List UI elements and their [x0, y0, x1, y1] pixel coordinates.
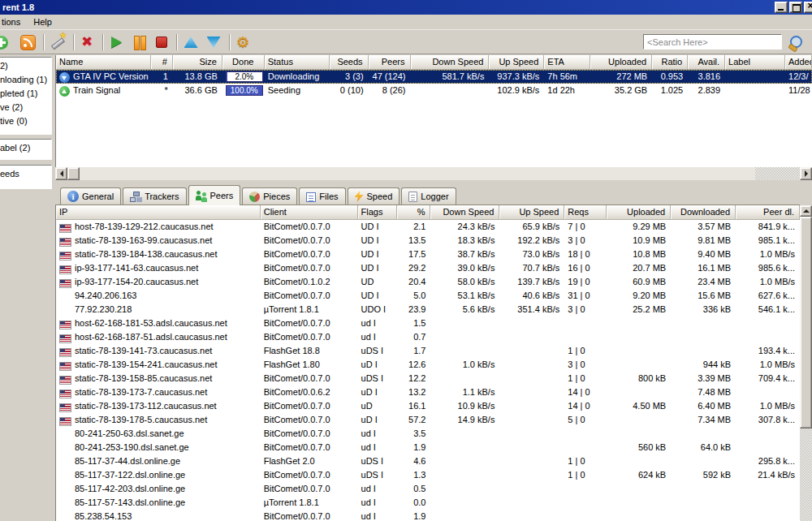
vertical-scroll-track[interactable] — [800, 428, 812, 521]
column-header-done[interactable]: Done — [222, 55, 265, 70]
tab-trackers[interactable]: Trackers — [123, 187, 186, 205]
horizontal-scrollbar[interactable] — [55, 167, 812, 180]
column-header-down-speed[interactable]: Down Speed — [430, 205, 499, 220]
close-button[interactable] — [804, 2, 812, 13]
column-header-peer-dl[interactable]: Peer dl. — [736, 205, 800, 220]
peer-row[interactable]: ip-93-177-154-20.caucasus.netBitComet/0.… — [56, 275, 800, 289]
column-header-up-speed[interactable]: Up Speed — [499, 205, 564, 220]
peer-row[interactable]: static-78-139-163-99.caucasus.netBitCome… — [56, 234, 800, 248]
up-arrow-icon — [184, 37, 198, 48]
peer-row[interactable]: 85-117-57-143.dsl.online.geµTorrent 1.8.… — [56, 496, 800, 510]
torrent-list-body: GTA IV PC Version113.8 GB2.0%Downloading… — [56, 70, 812, 97]
column-header-size[interactable]: Size — [173, 55, 222, 70]
peer-row[interactable]: static-78-139-158-85.caucasus.netBitCome… — [56, 372, 800, 385]
peer-ip: 85-117-42-203.dsl.online.ge — [75, 482, 185, 496]
preferences-button[interactable]: ⚙ — [234, 33, 252, 51]
tab-logger[interactable]: Logger — [401, 187, 456, 205]
column-header-ratio[interactable]: Ratio — [652, 55, 688, 70]
peer-ip: host-62-168-187-51.adsl.caucasus.net — [75, 330, 227, 344]
utorrent-window: rent 1.8 tions Help ✖ ⚙ 2)nloading (1)pl… — [0, 0, 812, 521]
column-header-col[interactable]: % — [397, 205, 431, 220]
peer-row[interactable]: 80-241-250-63.dsl.sanet.geBitComet/0.0.7… — [56, 427, 800, 441]
peer-row[interactable]: 80-241-253-190.dsl.sanet.geBitComet/0.0.… — [56, 441, 800, 454]
sidebar-item-2[interactable]: 2) — [0, 59, 51, 73]
column-header-seeds[interactable]: Seeds — [330, 55, 369, 70]
column-header-up-speed[interactable]: Up Speed — [489, 55, 544, 70]
speed-icon — [355, 191, 364, 202]
peer-row[interactable]: 85-117-37-44.dsl.online.geFlashGet 2.0uD… — [56, 454, 800, 468]
sidebar-item-abel-2[interactable]: abel (2) — [0, 141, 51, 155]
peer-row[interactable]: static-78-139-184-138.caucasus.netBitCom… — [56, 248, 800, 261]
sidebar-item-eeds[interactable]: eeds — [0, 167, 51, 181]
start-button[interactable] — [107, 33, 125, 51]
column-header-eta[interactable]: ETA — [544, 55, 590, 70]
create-torrent-button[interactable] — [49, 33, 67, 51]
maximize-button[interactable] — [789, 2, 802, 13]
tab-pieces[interactable]: Pieces — [242, 187, 297, 205]
pause-button[interactable] — [130, 33, 148, 51]
column-header-down-speed[interactable]: Down Speed — [411, 55, 490, 70]
horizontal-scroll-thumb[interactable] — [67, 167, 80, 180]
peer-row[interactable]: 85-117-42-203.dsl.online.geBitComet/0.0.… — [56, 482, 800, 496]
search-icon[interactable] — [787, 34, 805, 52]
queue-up-button[interactable] — [182, 33, 200, 51]
queue-down-button[interactable] — [205, 33, 222, 51]
scroll-up-button[interactable] — [800, 205, 812, 217]
peer-ip: 85-117-37-122.dsl.online.ge — [75, 468, 185, 482]
scroll-left-button[interactable] — [55, 167, 67, 180]
tab-general[interactable]: General — [60, 187, 121, 205]
add-torrent-button[interactable] — [0, 33, 10, 51]
vertical-scroll-thumb[interactable] — [800, 217, 812, 428]
search-input[interactable] — [643, 34, 782, 50]
sidebar-item-nloading-1[interactable]: nloading (1) — [0, 73, 51, 87]
scroll-right-button[interactable] — [800, 167, 812, 180]
sidebar-item-tive-0[interactable]: tive (0) — [0, 114, 51, 128]
peer-row[interactable]: 85-117-37-122.dsl.online.geBitComet/0.0.… — [56, 468, 800, 482]
tab-files[interactable]: Files — [299, 187, 345, 205]
vertical-scrollbar[interactable] — [800, 205, 812, 521]
peer-row[interactable]: static-78-139-178-5.caucasus.netBitComet… — [56, 413, 800, 427]
column-header-peers[interactable]: Peers — [369, 55, 411, 70]
column-header-downloaded[interactable]: Downloaded — [671, 205, 736, 220]
column-header-flags[interactable]: Flags — [358, 205, 397, 220]
tab-peers[interactable]: Peers — [188, 185, 241, 205]
column-header-ip[interactable]: IP — [56, 205, 261, 220]
rss-feed-button[interactable] — [19, 33, 37, 51]
sidebar-item-pleted-1[interactable]: pleted (1) — [0, 87, 51, 101]
torrent-row[interactable]: Train Signal*36.6 GB100.0%Seeding0 (10)8… — [56, 84, 812, 97]
column-header-label[interactable]: Label — [725, 55, 785, 70]
peer-row[interactable]: host-78-139-129-212.caucasus.netBitComet… — [56, 220, 800, 234]
peer-row[interactable]: ip-93-177-141-63.caucasus.netBitComet/0.… — [56, 261, 800, 275]
column-header-status[interactable]: Status — [265, 55, 330, 70]
menu-help[interactable]: Help — [32, 15, 58, 28]
column-header-name[interactable]: Name — [56, 55, 151, 70]
peer-row[interactable]: 94.240.206.163BitComet/0.0.7.0UD I5.053.… — [56, 289, 800, 303]
peer-row[interactable]: host-62-168-187-51.adsl.caucasus.netBitC… — [56, 330, 800, 344]
stop-button[interactable] — [153, 33, 171, 51]
peer-row[interactable]: static-78-139-154-241.caucasus.netFlashG… — [56, 358, 800, 372]
horizontal-scroll-track[interactable] — [755, 167, 800, 180]
left-arrow-icon — [57, 170, 63, 177]
minimize-button[interactable] — [775, 2, 788, 13]
column-header-client[interactable]: Client — [261, 205, 358, 220]
column-header-added[interactable]: Added — [785, 55, 812, 70]
column-header-col[interactable]: # — [151, 55, 173, 70]
sidebar-item-ve-2[interactable]: ve (2) — [0, 101, 51, 114]
torrent-row[interactable]: GTA IV PC Version113.8 GB2.0%Downloading… — [56, 70, 812, 84]
column-header-uploaded[interactable]: Uploaded — [590, 55, 652, 70]
peer-row[interactable]: 77.92.230.218µTorrent 1.8.1UDO I23.95.6 … — [56, 303, 800, 316]
peer-row[interactable]: host-62-168-181-53.adsl.caucasus.netBitC… — [56, 316, 800, 330]
peer-row[interactable]: static-78-139-141-73.caucasus.netFlashGe… — [56, 344, 800, 358]
main-area: 2)nloading (1)pleted (1)ve (2)tive (0) a… — [0, 54, 812, 521]
menu-options[interactable]: tions — [0, 15, 27, 28]
peer-row[interactable]: 85.238.54.153BitComet/0.0.7.0ud I1.9 — [56, 510, 800, 521]
column-header-reqs[interactable]: Reqs — [564, 205, 607, 220]
column-header-avail[interactable]: Avail. — [688, 55, 725, 70]
tab-speed[interactable]: Speed — [348, 187, 400, 205]
rss-icon — [20, 35, 36, 50]
column-header-uploaded[interactable]: Uploaded — [607, 205, 671, 220]
play-icon — [111, 37, 122, 48]
peer-row[interactable]: static-78-139-173-112.caucasus.netBitCom… — [56, 399, 800, 413]
peer-row[interactable]: static-78-139-173-7.caucasus.netBitComet… — [56, 385, 800, 399]
remove-button[interactable]: ✖ — [78, 33, 96, 51]
